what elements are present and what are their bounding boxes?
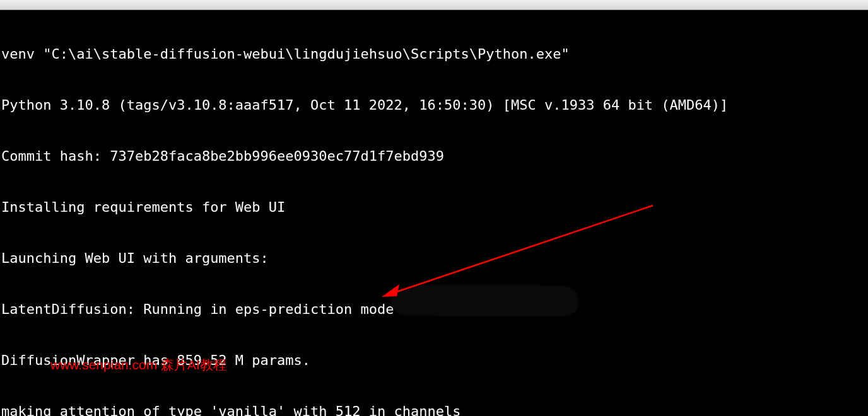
terminal-window[interactable]: venv "C:\ai\stable-diffusion-webui\lingd…	[0, 10, 868, 416]
terminal-line: making attention of type 'vanilla' with …	[1, 403, 868, 416]
title-bar	[0, 0, 868, 10]
terminal-line: Python 3.10.8 (tags/v3.10.8:aaaf517, Oct…	[1, 96, 868, 113]
watermark-text: www.senpian.com 森片AI教程	[50, 356, 226, 373]
terminal-line: Commit hash: 737eb28faca8be2bb996ee0930e…	[1, 147, 868, 165]
terminal-line: venv "C:\ai\stable-diffusion-webui\lingd…	[1, 45, 868, 62]
terminal-line: Installing requirements for Web UI	[1, 199, 868, 216]
terminal-line: Launching Web UI with arguments:	[1, 250, 868, 267]
redaction-scribble	[391, 289, 536, 311]
